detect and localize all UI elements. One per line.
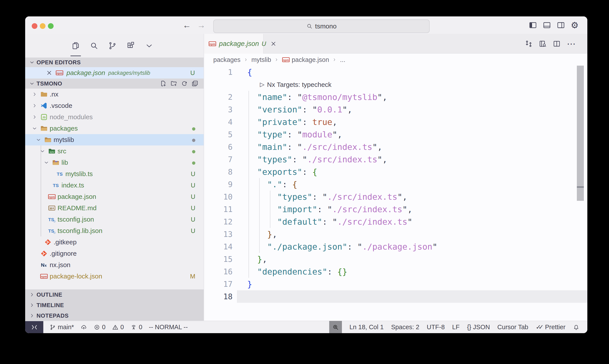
- chevron-down-icon[interactable]: [38, 148, 47, 154]
- refresh-icon[interactable]: [181, 80, 188, 87]
- activity-search-button[interactable]: [88, 34, 100, 58]
- code-line-15[interactable]: 15 },: [204, 253, 587, 265]
- maximize-window-button[interactable]: [48, 23, 54, 29]
- section-outline[interactable]: OUTLINE: [25, 289, 204, 300]
- status-item-spaces-2[interactable]: Spaces: 2: [391, 324, 419, 331]
- status-item-prettier[interactable]: ✓✓Prettier: [536, 324, 566, 331]
- tree-item-tsconfig.json[interactable]: TS⚙tsconfig.jsonU: [25, 214, 204, 225]
- activity-source-control-button[interactable]: [107, 34, 118, 58]
- forward-arrow-icon[interactable]: →: [197, 21, 205, 30]
- section-timeline[interactable]: TIMELINE: [25, 300, 204, 311]
- codelens-nx-targets[interactable]: ▷Nx Targets: typecheck: [204, 78, 587, 91]
- tree-item-.gitkeep[interactable]: .gitkeep: [25, 236, 204, 248]
- status-item-zoom-in[interactable]: [329, 321, 342, 333]
- explorer-section-header[interactable]: TSMONO: [25, 78, 204, 89]
- code-line-11[interactable]: 11 "import": "./src/index.ts",: [204, 203, 587, 215]
- remote-indicator[interactable]: [25, 321, 43, 333]
- activity-extensions-button[interactable]: [125, 34, 137, 58]
- status-item-utf-8[interactable]: UTF-8: [427, 324, 445, 331]
- chevron-right-icon[interactable]: [30, 114, 39, 120]
- split-editor-icon[interactable]: [553, 40, 561, 48]
- tree-item-package-lock.json[interactable]: npmpackage-lock.jsonM: [25, 271, 204, 282]
- tree-item-nx.json[interactable]: Nxnx.json: [25, 259, 204, 271]
- chevron-right-icon[interactable]: [30, 91, 39, 97]
- activity-files-button[interactable]: [70, 34, 81, 58]
- status-item-0[interactable]: 0: [112, 324, 124, 331]
- breadcrumb-item[interactable]: ...: [340, 56, 345, 64]
- section-notepads[interactable]: NOTEPADS: [25, 311, 204, 321]
- breadcrumb-item[interactable]: mytslib: [251, 56, 271, 64]
- back-arrow-icon[interactable]: ←: [183, 21, 191, 30]
- compare-changes-icon[interactable]: [525, 40, 533, 48]
- open-editors-header[interactable]: OPEN EDITORS: [25, 58, 204, 67]
- command-center-search[interactable]: tsmono: [213, 19, 430, 33]
- tree-item-.vscode[interactable]: .vscode: [25, 100, 204, 111]
- tree-item-packages[interactable]: packages: [25, 123, 204, 134]
- editor-scrollbar[interactable]: [577, 66, 584, 201]
- status-item-0[interactable]: 0: [130, 324, 142, 331]
- svg-text:npm: npm: [283, 58, 289, 62]
- npm-icon: npm: [282, 57, 290, 63]
- code-line-10[interactable]: 10 "types": "./src/index.ts",: [204, 191, 587, 203]
- status-item-main-[interactable]: main*: [50, 324, 74, 331]
- chevron-down-icon[interactable]: [34, 137, 43, 143]
- tree-item-index.ts[interactable]: TSindex.tsU: [25, 180, 204, 191]
- code-line-6[interactable]: 6 "main": "./src/index.ts",: [204, 141, 587, 153]
- code-line-13[interactable]: 13 },: [204, 228, 587, 240]
- git-status-badge: U: [190, 69, 195, 77]
- chevron-right-icon[interactable]: [30, 103, 39, 108]
- tab-package-json[interactable]: npm package.json U: [204, 34, 264, 53]
- status-item-bell[interactable]: [573, 324, 580, 331]
- layout-sidebar-right-icon[interactable]: [557, 21, 565, 29]
- status-item-ln-18-col-1[interactable]: Ln 18, Col 1: [349, 324, 383, 331]
- code-line-17[interactable]: 17}: [204, 278, 587, 290]
- minimize-window-button[interactable]: [40, 23, 46, 29]
- open-preview-icon[interactable]: [539, 40, 547, 48]
- code-line-1[interactable]: 1{: [204, 66, 587, 78]
- code-line-5[interactable]: 5 "type": "module",: [204, 128, 587, 141]
- code-line-12[interactable]: 12 "default": "./src/index.ts": [204, 215, 587, 228]
- tree-item-mytslib.ts[interactable]: TSmytslib.tsU: [25, 168, 204, 180]
- breadcrumb-item[interactable]: packages: [213, 56, 240, 64]
- activity-chevron-down-button[interactable]: [143, 34, 155, 58]
- code-line-18[interactable]: 18: [204, 290, 587, 303]
- tree-item-.nx[interactable]: .nx: [25, 89, 204, 100]
- tree-item-.gitignore[interactable]: .gitignore: [25, 248, 204, 259]
- chevron-down-icon[interactable]: [30, 126, 39, 131]
- status-item-cloud-upload[interactable]: [80, 324, 87, 331]
- close-icon[interactable]: [46, 70, 52, 76]
- tree-item-lib[interactable]: lib: [25, 157, 204, 168]
- status-item-cursor-tab[interactable]: Cursor Tab: [497, 324, 528, 331]
- status-item-lf[interactable]: LF: [452, 324, 460, 331]
- breadcrumb-item[interactable]: npmpackage.json: [282, 56, 329, 64]
- tree-item-mytslib[interactable]: mytslib: [25, 134, 204, 145]
- layout-sidebar-left-icon[interactable]: [529, 21, 537, 29]
- tree-item-src[interactable]: </>src: [25, 145, 204, 157]
- code-line-3[interactable]: 3 "version": "0.0.1",: [204, 103, 587, 116]
- status-item-json[interactable]: {}JSON: [467, 324, 490, 331]
- status-item--normal-[interactable]: -- NORMAL --: [149, 324, 188, 331]
- open-editor-item[interactable]: npm package.json packages/mytslib U: [25, 67, 204, 78]
- tree-item-node_modules[interactable]: JSnode_modules: [25, 111, 204, 123]
- collapse-all-icon[interactable]: [191, 80, 198, 87]
- close-tab-icon[interactable]: [270, 40, 277, 47]
- code-editor[interactable]: 1{▷Nx Targets: typecheck2 "name": "@tsmo…: [204, 66, 587, 321]
- close-window-button[interactable]: [32, 23, 38, 29]
- code-line-8[interactable]: 8 "exports": {: [204, 166, 587, 178]
- code-line-14[interactable]: 14 "./package.json": "./package.json": [204, 240, 587, 253]
- layout-panel-bottom-icon[interactable]: [543, 21, 551, 29]
- tree-item-tsconfig.lib.json[interactable]: TS⚙tsconfig.lib.jsonU: [25, 225, 204, 236]
- ellipsis-icon[interactable]: ⋯: [567, 39, 576, 48]
- code-line-9[interactable]: 9 ".": {: [204, 178, 587, 191]
- new-file-icon[interactable]: [160, 80, 167, 87]
- status-item-0[interactable]: 0: [94, 324, 105, 331]
- new-folder-icon[interactable]: [170, 80, 177, 87]
- code-line-7[interactable]: 7 "types": "./src/index.ts",: [204, 153, 587, 166]
- code-line-4[interactable]: 4 "private": true,: [204, 116, 587, 128]
- chevron-down-icon[interactable]: [42, 160, 51, 165]
- gear-icon[interactable]: ⚙: [571, 21, 579, 29]
- code-line-2[interactable]: 2 "name": "@tsmono/mytslib",: [204, 91, 587, 103]
- tree-item-README.md[interactable]: MREADME.mdU: [25, 202, 204, 214]
- tree-item-package.json[interactable]: npmpackage.jsonU: [25, 191, 204, 202]
- code-line-16[interactable]: 16 "dependencies": {}: [204, 265, 587, 278]
